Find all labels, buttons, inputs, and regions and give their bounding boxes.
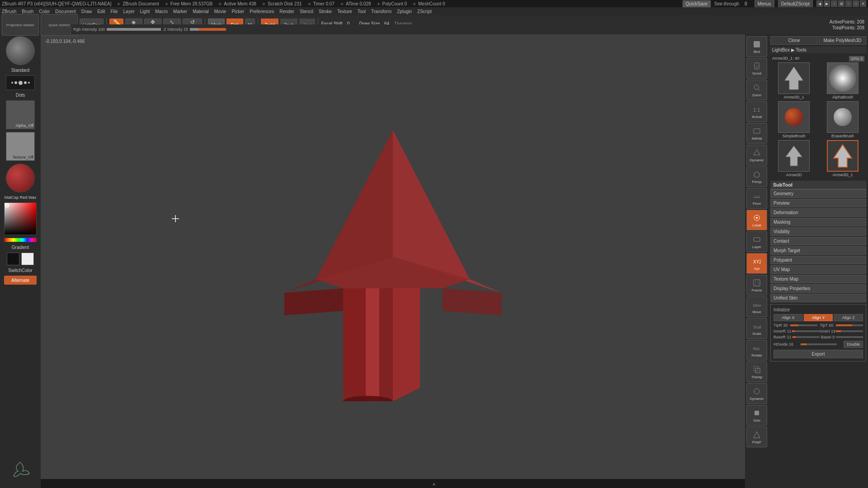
geometry-header[interactable]: Geometry	[770, 189, 866, 198]
deformation-header[interactable]: Deformation	[770, 208, 866, 217]
display-properties-header[interactable]: Display Properties	[770, 284, 866, 293]
ui-icon-2[interactable]: ▶	[824, 0, 830, 7]
menu-movie[interactable]: Movie	[214, 9, 226, 14]
menu-zscript[interactable]: ZScript	[417, 9, 432, 14]
tipr-slider[interactable]	[790, 324, 817, 326]
color-hue-bar[interactable]	[4, 238, 37, 242]
menu-zbrush[interactable]: ZBrush	[2, 9, 16, 14]
menu-marker[interactable]: Marker	[173, 9, 187, 14]
layer-icon-btn[interactable]: Layer	[746, 231, 767, 252]
ui-icon-3[interactable]: ↕	[831, 0, 837, 7]
rgb-intensity-slider[interactable]	[107, 28, 161, 31]
menu-picker[interactable]: Picker	[231, 9, 244, 14]
floor-icon-btn[interactable]: Floor	[746, 188, 767, 209]
menu-document[interactable]: Document	[55, 9, 76, 14]
brush-item-alphabrush[interactable]: AlphaBrush	[819, 62, 866, 99]
solo-icon-btn[interactable]: Solo	[746, 405, 767, 426]
ui-icon-1[interactable]: ◀	[816, 0, 823, 7]
menu-stroke[interactable]: Stroke	[319, 9, 332, 14]
scroll-icon-btn[interactable]: Scroll	[746, 58, 767, 79]
move-r-icon-btn[interactable]: Move Move	[746, 296, 767, 317]
xyz-icon-btn[interactable]: XYZ Xyz	[746, 253, 767, 274]
brush3-name: SimpleBrush	[782, 134, 805, 138]
aahal-icon-btn[interactable]: AAHal	[746, 123, 767, 144]
export-button[interactable]: Export	[774, 350, 863, 358]
masking-header[interactable]: Masking	[770, 218, 866, 226]
rotate-r-icon-btn[interactable]: Rot Rotate	[746, 340, 767, 361]
bird-icon-btn[interactable]: Bird	[746, 36, 767, 57]
brush-item-arrow3d1b[interactable]: Arrow3D_1	[819, 140, 866, 177]
menu-transform[interactable]: Transform	[371, 9, 392, 14]
texture-preview[interactable]: Texture_Off	[6, 132, 35, 161]
menu-edit[interactable]: Edit	[97, 9, 105, 14]
lightbox-tools-header[interactable]: LightBox ▶ Tools	[770, 47, 866, 53]
alternate-button[interactable]: Alternate	[4, 276, 37, 285]
menu-macro[interactable]: Macro	[155, 9, 168, 14]
brush-item-eraserbrush[interactable]: EraserBrush	[819, 101, 866, 138]
dynamic2-icon-btn[interactable]: Dynamic	[746, 383, 767, 404]
z-intensity-slider[interactable]	[190, 28, 226, 31]
tipt-slider[interactable]	[836, 324, 863, 326]
menu-tool[interactable]: Tool	[358, 9, 366, 14]
menu-color[interactable]: Color	[39, 9, 50, 14]
menu-draw[interactable]: Draw	[81, 9, 92, 14]
menu-preferences[interactable]: Preferences	[250, 9, 274, 14]
alpha-preview[interactable]: Alpha_Off	[6, 100, 35, 129]
brush-item-simplebrush[interactable]: SimpleBrush	[770, 101, 817, 138]
align-x-button[interactable]: Align X	[774, 314, 803, 321]
ui-icon-5[interactable]: −	[845, 0, 852, 7]
color-picker[interactable]	[4, 202, 37, 235]
preview-header[interactable]: Preview	[770, 199, 866, 207]
menu-layer[interactable]: Layer	[123, 9, 135, 14]
texture-map-header[interactable]: Texture Map	[770, 275, 866, 283]
projection-master-button[interactable]: Projection Master	[2, 14, 39, 36]
menu-render[interactable]: Render	[279, 9, 294, 14]
ui-icon-6[interactable]: □	[853, 0, 859, 7]
material-preview[interactable]	[6, 164, 35, 192]
unified-skin-header[interactable]: Unified Skin	[770, 294, 866, 302]
quicksave-button[interactable]: QuickSave	[683, 0, 711, 7]
ui-icon-4[interactable]: ⊞	[838, 0, 844, 7]
menu-file[interactable]: File	[110, 9, 118, 14]
scale-r-icon-btn[interactable]: Scal Scale	[746, 318, 767, 339]
align-y-button[interactable]: Align Y	[804, 314, 833, 321]
polypaint-header[interactable]: Polypaint	[770, 256, 866, 264]
menu-light[interactable]: Light	[140, 9, 150, 14]
make-polymesh3d-button[interactable]: Make PolyMesh3D	[819, 36, 866, 45]
transp-icon-btn[interactable]: Transp	[746, 361, 767, 382]
clone-button[interactable]: Clone	[770, 36, 818, 45]
brush-item-arrow3d[interactable]: Arrow3D	[770, 140, 817, 177]
brush-preview[interactable]	[6, 36, 35, 65]
zoom-icon-btn[interactable]: Zoom	[746, 80, 767, 100]
stroke-preview[interactable]	[6, 75, 35, 90]
menu-stencil[interactable]: Stencil	[300, 9, 313, 14]
menu-zplugin[interactable]: Zplugin	[397, 9, 412, 14]
hdivide-slider[interactable]	[801, 343, 837, 345]
double-button[interactable]: Double	[844, 341, 863, 348]
menu-brush[interactable]: Brush	[22, 9, 33, 14]
uv-map-header[interactable]: UV Map	[770, 265, 866, 274]
dynamic-icon-btn[interactable]: Dynamic	[746, 145, 767, 165]
align-z-button[interactable]: Align Z	[834, 314, 863, 321]
color-swatch-foreground[interactable]	[7, 253, 19, 265]
ui-icon-close[interactable]: ✕	[860, 0, 866, 7]
brush-item-arrow3d1[interactable]: Arrow3D_1	[770, 62, 817, 99]
innert-slider[interactable]	[836, 330, 863, 332]
brush5-name: Arrow3D	[786, 173, 802, 177]
menu-texture[interactable]: Texture	[337, 9, 352, 14]
baset-slider[interactable]	[836, 336, 863, 338]
baser-slider[interactable]	[793, 336, 820, 338]
actual-icon-btn[interactable]: 1:1 Actual	[746, 101, 767, 122]
frame-icon-btn[interactable]: Frame	[746, 275, 767, 296]
viewport[interactable]: -0.193,0.104,-0.466	[41, 34, 745, 479]
local-icon-btn[interactable]: Local	[746, 210, 767, 230]
menu-material[interactable]: Material	[193, 9, 209, 14]
innerr-slider[interactable]	[792, 330, 819, 332]
morph-target-header[interactable]: Morph Target	[770, 246, 866, 255]
contact-header[interactable]: Contact	[770, 237, 866, 245]
polyf-icon-btn[interactable]: PolyF	[746, 427, 767, 447]
material-label: MatCap Red Wax	[5, 195, 37, 200]
color-swatch-background[interactable]	[21, 253, 34, 265]
persp-icon-btn[interactable]: Persp	[746, 166, 767, 187]
visibility-header[interactable]: Visibility	[770, 227, 866, 236]
